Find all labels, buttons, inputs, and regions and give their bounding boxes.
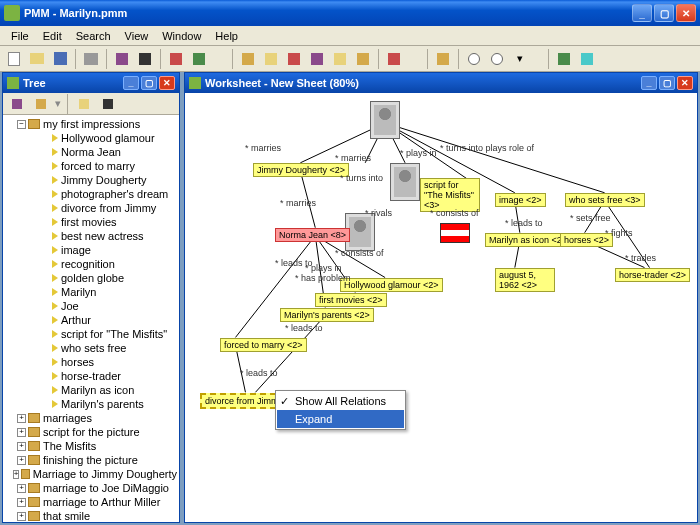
menu-help[interactable]: Help (208, 28, 245, 44)
context-menu: ✓Show All RelationsExpand (275, 390, 406, 430)
print-button[interactable] (81, 49, 101, 69)
tree-item[interactable]: Marilyn as icon (5, 383, 177, 397)
tree-item[interactable]: first movies (5, 215, 177, 229)
concept-node-image[interactable]: image <2> (495, 193, 546, 207)
tree-item[interactable]: +Marriage to Jimmy Dougherty (5, 467, 177, 481)
close-button[interactable]: ✕ (676, 4, 696, 22)
tree-tool-a[interactable] (7, 94, 27, 114)
marilyn-photo[interactable] (370, 101, 400, 139)
joe-photo[interactable] (390, 163, 420, 201)
tree-item[interactable]: who sets free (5, 341, 177, 355)
expand-toggle[interactable]: + (17, 414, 26, 423)
zoom-out-button[interactable] (487, 49, 507, 69)
tool-d[interactable] (189, 49, 209, 69)
tree-item[interactable]: Joe (5, 299, 177, 313)
concept-node-whosets[interactable]: who sets free <3> (565, 193, 645, 207)
tool-f[interactable] (261, 49, 281, 69)
tree-item[interactable]: +that smile (5, 509, 177, 522)
tool-n[interactable] (577, 49, 597, 69)
worksheet-canvas[interactable]: Jimmy Dougherty <2>Norma Jean <8>forced … (185, 93, 697, 522)
expand-toggle[interactable]: + (17, 484, 26, 493)
menu-search[interactable]: Search (69, 28, 118, 44)
concept-node-icon[interactable]: Marilyn as icon <2> (485, 233, 571, 247)
tool-k[interactable] (384, 49, 404, 69)
tree-root[interactable]: −my first impressions (5, 117, 177, 131)
worksheet-minimize-button[interactable]: _ (641, 76, 657, 90)
expand-toggle[interactable]: + (13, 470, 20, 479)
tree-item[interactable]: image (5, 243, 177, 257)
tool-b[interactable] (135, 49, 155, 69)
tool-c[interactable] (166, 49, 186, 69)
tree-item[interactable]: +script for the picture (5, 425, 177, 439)
concept-node-firstmov[interactable]: first movies <2> (315, 293, 387, 307)
tree-maximize-button[interactable]: ▢ (141, 76, 157, 90)
concept-node-parents[interactable]: Marilyn's parents <2> (280, 308, 374, 322)
maximize-button[interactable]: ▢ (654, 4, 674, 22)
concept-node-date[interactable]: august 5, 1962 <2> (495, 268, 555, 292)
expand-toggle[interactable]: + (17, 456, 26, 465)
tree-item[interactable]: +finishing the picture (5, 453, 177, 467)
tree-item[interactable]: Jimmy Dougherty (5, 173, 177, 187)
tree-item[interactable]: +marriages (5, 411, 177, 425)
expand-toggle[interactable]: + (17, 498, 26, 507)
concept-node-script[interactable]: script for "The Misfits" <3> (420, 178, 480, 212)
worksheet-maximize-button[interactable]: ▢ (659, 76, 675, 90)
open-button[interactable] (27, 49, 47, 69)
tree-close-button[interactable]: ✕ (159, 76, 175, 90)
tree-item[interactable]: +marriage to Joe DiMaggio (5, 481, 177, 495)
zoom-in-button[interactable] (464, 49, 484, 69)
tool-h[interactable] (307, 49, 327, 69)
tool-m[interactable] (554, 49, 574, 69)
worksheet-close-button[interactable]: ✕ (677, 76, 693, 90)
menu-window[interactable]: Window (155, 28, 208, 44)
concept-node-norma[interactable]: Norma Jean <8> (275, 228, 350, 242)
menu-view[interactable]: View (118, 28, 156, 44)
ctx-expand[interactable]: Expand (277, 410, 404, 428)
tool-g[interactable] (284, 49, 304, 69)
tree-item[interactable]: forced to marry (5, 159, 177, 173)
expand-toggle[interactable]: + (17, 512, 26, 521)
flag-image[interactable] (440, 223, 470, 243)
concept-node-trader[interactable]: horse-trader <2> (615, 268, 690, 282)
tree-item[interactable]: horses (5, 355, 177, 369)
tree-tool-c[interactable] (74, 94, 94, 114)
concept-node-jimmy[interactable]: Jimmy Dougherty <2> (253, 163, 349, 177)
tool-i[interactable] (330, 49, 350, 69)
concept-node-glamour[interactable]: Hollywood glamour <2> (340, 278, 443, 292)
leaf-icon (52, 344, 58, 352)
tree-item[interactable]: golden globe (5, 271, 177, 285)
tree-item[interactable]: script for "The Misfits" (5, 327, 177, 341)
tree-item[interactable]: Hollywood glamour (5, 131, 177, 145)
tree-item[interactable]: photographer's dream (5, 187, 177, 201)
expand-toggle[interactable]: + (17, 442, 26, 451)
tree-tool-b[interactable] (31, 94, 51, 114)
tool-e[interactable] (238, 49, 258, 69)
tree-item[interactable]: Norma Jean (5, 145, 177, 159)
tool-j[interactable] (353, 49, 373, 69)
menu-file[interactable]: File (4, 28, 36, 44)
tree-item[interactable]: recognition (5, 257, 177, 271)
tree-item[interactable]: +marriage to Arthur Miller (5, 495, 177, 509)
tree-body[interactable]: −my first impressionsHollywood glamourNo… (3, 115, 179, 522)
expand-toggle[interactable]: − (17, 120, 26, 129)
tool-l[interactable] (433, 49, 453, 69)
tree-item[interactable]: Arthur (5, 313, 177, 327)
concept-node-forced[interactable]: forced to marry <2> (220, 338, 307, 352)
tree-item[interactable]: best new actress (5, 229, 177, 243)
new-button[interactable] (4, 49, 24, 69)
tree-item[interactable]: +The Misfits (5, 439, 177, 453)
minimize-button[interactable]: _ (632, 4, 652, 22)
save-button[interactable] (50, 49, 70, 69)
tree-tool-d[interactable] (98, 94, 118, 114)
edge-label: * marries (245, 143, 281, 153)
tool-a[interactable] (112, 49, 132, 69)
tree-item[interactable]: divorce from Jimmy (5, 201, 177, 215)
menu-edit[interactable]: Edit (36, 28, 69, 44)
tree-item[interactable]: Marilyn (5, 285, 177, 299)
tree-item[interactable]: horse-trader (5, 369, 177, 383)
tree-item[interactable]: Marilyn's parents (5, 397, 177, 411)
ctx-show-all-relations[interactable]: ✓Show All Relations (277, 392, 404, 410)
expand-toggle[interactable]: + (17, 428, 26, 437)
zoom-dropdown[interactable]: ▾ (510, 49, 530, 69)
tree-minimize-button[interactable]: _ (123, 76, 139, 90)
